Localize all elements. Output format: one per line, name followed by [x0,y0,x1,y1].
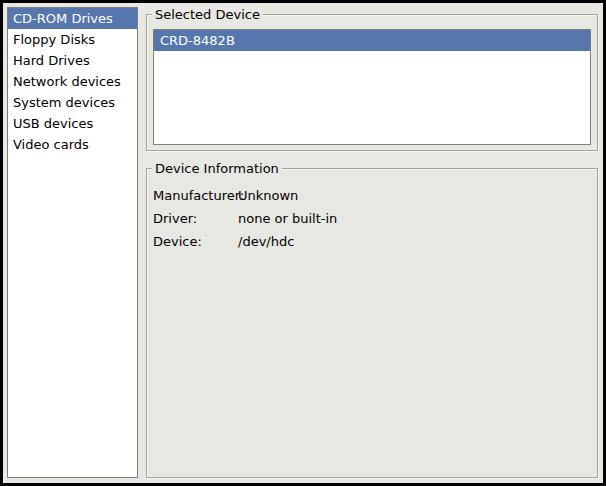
sidebar-item-system-devices[interactable]: System devices [8,92,137,113]
manufacturer-label: Manufacturer: [153,184,238,207]
driver-label: Driver: [153,207,238,230]
device-list-item[interactable]: CRD-8482B [154,30,590,51]
selected-device-list[interactable]: CRD-8482B [153,29,591,145]
hardware-browser-window: CD-ROM Drives Floppy Disks Hard Drives N… [0,0,606,486]
device-information-fields: Manufacturer: Unknown Driver: none or bu… [153,184,591,253]
sidebar-item-network-devices[interactable]: Network devices [8,71,137,92]
sidebar-item-video-cards[interactable]: Video cards [8,134,137,155]
sidebar-item-usb-devices[interactable]: USB devices [8,113,137,134]
sidebar-item-floppy-disks[interactable]: Floppy Disks [8,29,137,50]
device-label: Device: [153,230,238,253]
selected-device-group: Selected Device CRD-8482B [146,14,598,151]
driver-value: none or built-in [238,207,591,230]
selected-device-group-title: Selected Device [152,6,263,23]
device-information-group: Device Information Manufacturer: Unknown… [146,168,598,478]
sidebar-item-hard-drives[interactable]: Hard Drives [8,50,137,71]
device-information-group-title: Device Information [152,160,282,177]
device-value: /dev/hdc [238,230,591,253]
sidebar-item-cdrom-drives[interactable]: CD-ROM Drives [8,8,137,29]
device-category-list[interactable]: CD-ROM Drives Floppy Disks Hard Drives N… [7,7,138,478]
manufacturer-value: Unknown [238,184,591,207]
